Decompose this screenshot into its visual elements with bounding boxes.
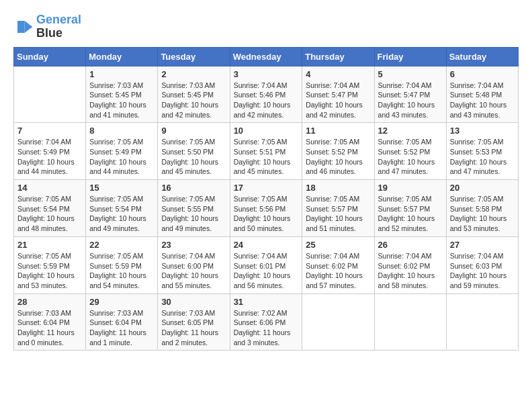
calendar-cell: 10Sunrise: 7:05 AMSunset: 5:51 PMDayligh… (230, 123, 302, 180)
day-info: Sunrise: 7:05 AMSunset: 5:54 PMDaylight:… (89, 194, 154, 234)
header-saturday: Saturday (446, 47, 518, 66)
header-friday: Friday (374, 47, 446, 66)
calendar-cell: 25Sunrise: 7:04 AMSunset: 6:02 PMDayligh… (302, 236, 374, 293)
calendar-cell: 19Sunrise: 7:05 AMSunset: 5:57 PMDayligh… (374, 180, 446, 237)
day-number: 3 (234, 69, 299, 79)
header-wednesday: Wednesday (230, 47, 302, 66)
day-number: 27 (450, 240, 515, 250)
day-info: Sunrise: 7:04 AMSunset: 5:46 PMDaylight:… (234, 81, 299, 120)
day-info: Sunrise: 7:04 AMSunset: 6:02 PMDaylight:… (378, 251, 443, 291)
day-info: Sunrise: 7:04 AMSunset: 5:47 PMDaylight:… (306, 81, 370, 120)
day-number: 31 (234, 297, 299, 307)
calendar-cell: 26Sunrise: 7:04 AMSunset: 6:02 PMDayligh… (374, 236, 446, 293)
calendar-cell (374, 293, 446, 351)
day-info: Sunrise: 7:05 AMSunset: 5:51 PMDaylight:… (234, 137, 299, 177)
day-number: 22 (89, 240, 154, 250)
day-number: 29 (89, 297, 154, 307)
day-number: 12 (378, 126, 443, 136)
day-info: Sunrise: 7:03 AMSunset: 5:45 PMDaylight:… (161, 81, 226, 120)
day-info: Sunrise: 7:03 AMSunset: 5:45 PMDaylight:… (89, 81, 154, 120)
calendar-cell: 1Sunrise: 7:03 AMSunset: 5:45 PMDaylight… (86, 66, 158, 123)
calendar-cell: 17Sunrise: 7:05 AMSunset: 5:56 PMDayligh… (230, 180, 302, 237)
day-number: 19 (378, 183, 443, 193)
calendar-week-2: 7Sunrise: 7:04 AMSunset: 5:49 PMDaylight… (14, 123, 519, 180)
logo-icon (13, 17, 34, 37)
day-number: 6 (450, 69, 515, 79)
day-info: Sunrise: 7:04 AMSunset: 6:03 PMDaylight:… (450, 251, 515, 291)
day-number: 17 (234, 183, 299, 193)
day-number: 15 (89, 183, 154, 193)
day-number: 21 (17, 240, 82, 250)
day-info: Sunrise: 7:05 AMSunset: 5:52 PMDaylight:… (306, 137, 370, 177)
day-number: 30 (161, 297, 226, 307)
calendar-cell: 28Sunrise: 7:03 AMSunset: 6:04 PMDayligh… (14, 293, 86, 351)
day-info: Sunrise: 7:05 AMSunset: 5:55 PMDaylight:… (161, 194, 226, 234)
day-number: 26 (378, 240, 443, 250)
day-number: 16 (161, 183, 226, 193)
calendar-cell: 6Sunrise: 7:04 AMSunset: 5:48 PMDaylight… (446, 66, 518, 123)
day-info: Sunrise: 7:04 AMSunset: 5:48 PMDaylight:… (450, 81, 515, 120)
page-header: General Blue (13, 13, 519, 40)
day-info: Sunrise: 7:05 AMSunset: 5:57 PMDaylight:… (306, 194, 370, 234)
calendar-cell: 31Sunrise: 7:02 AMSunset: 6:06 PMDayligh… (230, 293, 302, 351)
day-info: Sunrise: 7:04 AMSunset: 6:00 PMDaylight:… (161, 251, 226, 291)
calendar-cell: 22Sunrise: 7:05 AMSunset: 5:59 PMDayligh… (86, 236, 158, 293)
day-info: Sunrise: 7:04 AMSunset: 5:49 PMDaylight:… (17, 137, 82, 177)
day-info: Sunrise: 7:04 AMSunset: 6:01 PMDaylight:… (234, 251, 299, 291)
calendar-cell: 4Sunrise: 7:04 AMSunset: 5:47 PMDaylight… (302, 66, 374, 123)
header-sunday: Sunday (14, 47, 86, 66)
calendar-cell: 29Sunrise: 7:03 AMSunset: 6:04 PMDayligh… (86, 293, 158, 351)
calendar-cell: 9Sunrise: 7:05 AMSunset: 5:50 PMDaylight… (158, 123, 230, 180)
header-tuesday: Tuesday (158, 47, 230, 66)
day-info: Sunrise: 7:05 AMSunset: 5:53 PMDaylight:… (450, 137, 515, 177)
day-number: 28 (17, 297, 82, 307)
day-number: 20 (450, 183, 515, 193)
day-info: Sunrise: 7:05 AMSunset: 5:49 PMDaylight:… (89, 137, 154, 177)
day-info: Sunrise: 7:04 AMSunset: 5:47 PMDaylight:… (378, 81, 443, 120)
day-number: 10 (234, 126, 299, 136)
day-info: Sunrise: 7:05 AMSunset: 5:57 PMDaylight:… (378, 194, 443, 234)
day-info: Sunrise: 7:04 AMSunset: 6:02 PMDaylight:… (306, 251, 370, 291)
day-number: 11 (306, 126, 370, 136)
day-info: Sunrise: 7:03 AMSunset: 6:04 PMDaylight:… (17, 308, 82, 348)
day-number: 23 (161, 240, 226, 250)
calendar-week-5: 28Sunrise: 7:03 AMSunset: 6:04 PMDayligh… (14, 293, 519, 351)
day-number: 14 (17, 183, 82, 193)
calendar-cell: 16Sunrise: 7:05 AMSunset: 5:55 PMDayligh… (158, 180, 230, 237)
day-info: Sunrise: 7:05 AMSunset: 5:59 PMDaylight:… (89, 251, 154, 291)
calendar-cell: 5Sunrise: 7:04 AMSunset: 5:47 PMDaylight… (374, 66, 446, 123)
logo-text: General Blue (36, 13, 81, 40)
day-number: 25 (306, 240, 370, 250)
day-number: 2 (161, 69, 226, 79)
calendar-cell: 20Sunrise: 7:05 AMSunset: 5:58 PMDayligh… (446, 180, 518, 237)
header-thursday: Thursday (302, 47, 374, 66)
day-number: 24 (234, 240, 299, 250)
day-number: 13 (450, 126, 515, 136)
day-info: Sunrise: 7:03 AMSunset: 6:04 PMDaylight:… (89, 308, 154, 348)
calendar-cell: 12Sunrise: 7:05 AMSunset: 5:52 PMDayligh… (374, 123, 446, 180)
day-number: 4 (306, 69, 370, 79)
day-number: 18 (306, 183, 370, 193)
day-info: Sunrise: 7:02 AMSunset: 6:06 PMDaylight:… (234, 308, 299, 348)
day-number: 8 (89, 126, 154, 136)
calendar-week-4: 21Sunrise: 7:05 AMSunset: 5:59 PMDayligh… (14, 236, 519, 293)
day-number: 7 (17, 126, 82, 136)
day-info: Sunrise: 7:05 AMSunset: 5:59 PMDaylight:… (17, 251, 82, 291)
calendar-cell (302, 293, 374, 351)
calendar-cell: 18Sunrise: 7:05 AMSunset: 5:57 PMDayligh… (302, 180, 374, 237)
svg-rect-1 (17, 21, 25, 33)
svg-marker-0 (25, 21, 33, 33)
day-info: Sunrise: 7:05 AMSunset: 5:54 PMDaylight:… (17, 194, 82, 234)
day-info: Sunrise: 7:05 AMSunset: 5:58 PMDaylight:… (450, 194, 515, 234)
calendar-cell: 7Sunrise: 7:04 AMSunset: 5:49 PMDaylight… (14, 123, 86, 180)
day-info: Sunrise: 7:05 AMSunset: 5:56 PMDaylight:… (234, 194, 299, 234)
calendar-cell: 13Sunrise: 7:05 AMSunset: 5:53 PMDayligh… (446, 123, 518, 180)
day-number: 9 (161, 126, 226, 136)
calendar-table: SundayMondayTuesdayWednesdayThursdayFrid… (13, 47, 519, 351)
calendar-cell: 27Sunrise: 7:04 AMSunset: 6:03 PMDayligh… (446, 236, 518, 293)
calendar-cell: 3Sunrise: 7:04 AMSunset: 5:46 PMDaylight… (230, 66, 302, 123)
calendar-header-row: SundayMondayTuesdayWednesdayThursdayFrid… (14, 47, 519, 66)
calendar-cell: 30Sunrise: 7:03 AMSunset: 6:05 PMDayligh… (158, 293, 230, 351)
calendar-cell (446, 293, 518, 351)
calendar-cell (14, 66, 86, 123)
